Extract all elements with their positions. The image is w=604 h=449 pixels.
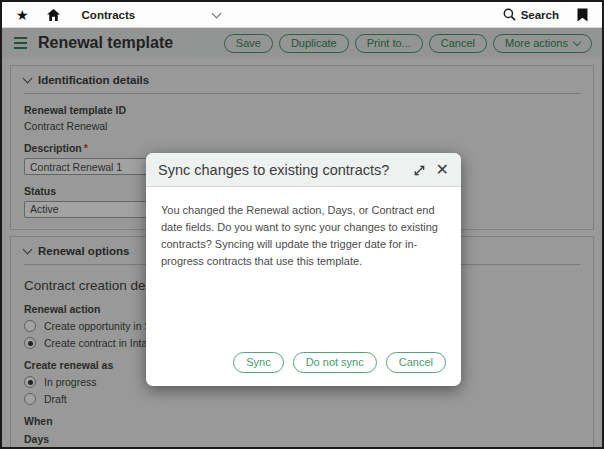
search-icon bbox=[503, 8, 516, 21]
close-icon: ✕ bbox=[436, 162, 449, 178]
sync-button[interactable]: Sync bbox=[233, 352, 283, 373]
dialog-footer: Sync Do not sync Cancel bbox=[146, 352, 461, 386]
page-area: Renewal template Save Duplicate Print to… bbox=[2, 28, 602, 447]
dialog-title: Sync changes to existing contracts? bbox=[158, 162, 389, 178]
home-icon[interactable] bbox=[47, 9, 60, 21]
app-window: ★ Contracts Search Renewal template Save… bbox=[0, 0, 604, 449]
global-search[interactable]: Search bbox=[503, 8, 559, 21]
close-dialog-button[interactable]: ✕ bbox=[436, 162, 449, 178]
cancel-dialog-button[interactable]: Cancel bbox=[386, 352, 446, 373]
dialog-header: Sync changes to existing contracts? ✕ bbox=[146, 153, 461, 187]
app-switcher-dropdown[interactable]: Contracts bbox=[82, 9, 221, 21]
search-label: Search bbox=[521, 9, 559, 21]
sync-changes-dialog: Sync changes to existing contracts? ✕ Yo… bbox=[146, 153, 461, 386]
bookmark-icon[interactable] bbox=[577, 8, 588, 22]
app-switcher-label: Contracts bbox=[82, 9, 136, 21]
chevron-down-icon bbox=[212, 8, 222, 18]
dialog-message: You changed the Renewal action, Days, or… bbox=[146, 187, 461, 270]
do-not-sync-button[interactable]: Do not sync bbox=[293, 352, 377, 373]
favorites-star-icon[interactable]: ★ bbox=[16, 8, 29, 22]
expand-dialog-button[interactable] bbox=[413, 164, 426, 177]
top-nav-bar: ★ Contracts Search bbox=[2, 2, 602, 28]
expand-icon bbox=[413, 164, 426, 177]
